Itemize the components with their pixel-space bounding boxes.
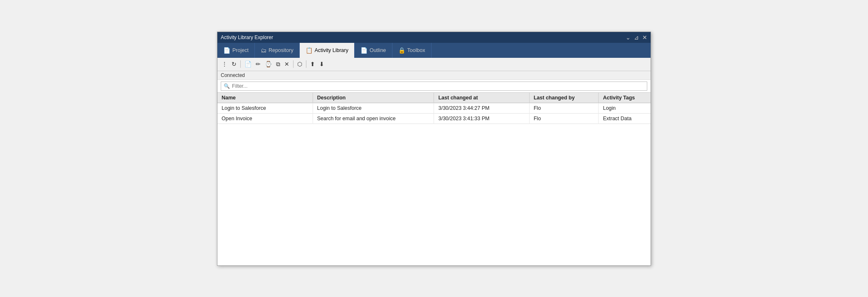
tag-button[interactable]: ⬡	[296, 59, 304, 69]
tab-activity-library[interactable]: 📋 Activity Library	[300, 43, 355, 58]
cell-last_changed_by: Flo	[529, 103, 599, 113]
download-button[interactable]: ⬇	[318, 59, 326, 69]
table-row[interactable]: Open InvoiceSearch for email and open in…	[217, 113, 651, 124]
copy-button[interactable]: ⧉	[274, 59, 282, 69]
activity-library-tab-icon: 📋	[306, 47, 313, 54]
search-icon: 🔍	[224, 83, 230, 89]
cell-description: Login to Salesforce	[313, 103, 434, 113]
refresh-button[interactable]: ↻	[230, 59, 238, 69]
close-button[interactable]: ✕	[642, 34, 647, 41]
toolbar-separator-2	[293, 60, 293, 68]
cell-name: Login to Salesforce	[217, 103, 313, 113]
toolbar-separator-1	[240, 60, 241, 68]
tab-bar: 📄 Project 🗂 Repository 📋 Activity Librar…	[217, 43, 651, 58]
col-header-name: Name	[217, 93, 313, 103]
upload-button[interactable]: ⬆	[308, 59, 317, 69]
tab-repository-label: Repository	[269, 47, 293, 53]
title-bar: Activity Library Explorer ⌄ ⊿ ✕	[217, 32, 651, 43]
window-title: Activity Library Explorer	[221, 35, 273, 40]
col-header-activity-tags: Activity Tags	[599, 93, 651, 103]
toolbar: ⋮ ↻ 📄 ✏ ⌚ ⧉ ✕ ⬡ ⬆ ⬇	[217, 58, 651, 71]
cell-name: Open Invoice	[217, 113, 313, 124]
filter-input[interactable]	[232, 83, 644, 89]
delete-button[interactable]: ✕	[283, 59, 291, 69]
table-body: Login to SalesforceLogin to Salesforce3/…	[217, 103, 651, 124]
project-tab-icon: 📄	[223, 47, 230, 54]
filter-input-wrap: 🔍	[221, 82, 647, 91]
tab-outline-label: Outline	[370, 47, 386, 53]
toolbar-separator-3	[306, 60, 306, 68]
main-window: Activity Library Explorer ⌄ ⊿ ✕ 📄 Projec…	[217, 32, 651, 266]
tab-toolbox-label: Toolbox	[407, 47, 425, 53]
cell-last_changed_by: Flo	[529, 113, 599, 124]
minimize-button[interactable]: ⌄	[626, 34, 631, 41]
title-bar-left: Activity Library Explorer	[221, 35, 273, 40]
status-text: Connected	[221, 72, 245, 78]
col-header-description: Description	[313, 93, 434, 103]
col-header-last-changed-at: Last changed at	[434, 93, 529, 103]
outline-tab-icon: 📄	[360, 47, 367, 54]
cell-activity_tags: Login	[599, 103, 651, 113]
status-bar: Connected	[217, 71, 651, 80]
table-row[interactable]: Login to SalesforceLogin to Salesforce3/…	[217, 103, 651, 113]
tab-project[interactable]: 📄 Project	[217, 43, 255, 58]
more-button[interactable]: ⋮	[220, 59, 229, 69]
cell-activity_tags: Extract Data	[599, 113, 651, 124]
table-header-row: Name Description Last changed at Last ch…	[217, 93, 651, 103]
activity-table: Name Description Last changed at Last ch…	[217, 93, 651, 124]
toolbox-tab-icon: 🔒	[398, 47, 405, 54]
cell-description: Search for email and open invoice	[313, 113, 434, 124]
cell-last_changed_at: 3/30/2023 3:41:33 PM	[434, 113, 529, 124]
title-bar-controls: ⌄ ⊿ ✕	[626, 34, 647, 41]
repository-tab-icon: 🗂	[261, 47, 266, 54]
table-container: Name Description Last changed at Last ch…	[217, 93, 651, 124]
cell-last_changed_at: 3/30/2023 3:44:27 PM	[434, 103, 529, 113]
tab-repository[interactable]: 🗂 Repository	[255, 43, 300, 58]
empty-area	[217, 124, 651, 265]
edit-button[interactable]: ✏	[254, 59, 262, 69]
history-button[interactable]: ⌚	[263, 59, 274, 69]
tab-project-label: Project	[232, 47, 249, 53]
tab-toolbox[interactable]: 🔒 Toolbox	[392, 43, 432, 58]
new-button[interactable]: 📄	[243, 59, 253, 69]
col-header-last-changed-by: Last changed by	[529, 93, 599, 103]
filter-bar: 🔍	[217, 80, 651, 93]
pin-button[interactable]: ⊿	[634, 34, 639, 41]
tab-outline[interactable]: 📄 Outline	[355, 43, 392, 58]
tab-activity-library-label: Activity Library	[315, 47, 348, 53]
